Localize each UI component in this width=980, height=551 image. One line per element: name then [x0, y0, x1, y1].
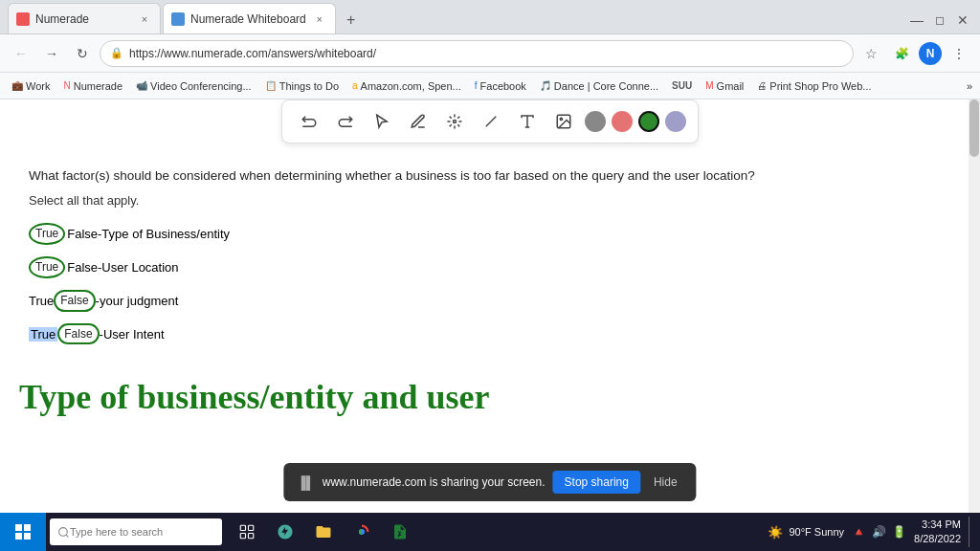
taskbar-right: ☀️ 90°F Sunny 🔺 🔊 🔋 3:34 PM 8/28/2022 [768, 517, 980, 547]
bookmark-gmail-label: Gmail [717, 80, 745, 92]
minimize-button[interactable]: — [907, 11, 926, 30]
edge-icon[interactable] [268, 513, 302, 551]
redo-button[interactable] [330, 106, 361, 137]
bookmark-video-conf-label: Video Conferencing... [150, 80, 252, 92]
whiteboard-content: What factor(s) should be considered when… [0, 147, 969, 513]
bookmark-facebook-icon: f [475, 80, 478, 91]
bookmark-icon[interactable]: ☆ [858, 40, 884, 67]
scrollbar-thumb[interactable] [969, 99, 979, 157]
option-4-text: -User Intent [100, 327, 165, 342]
scrollbar[interactable] [969, 99, 980, 513]
color-gray[interactable] [585, 111, 606, 132]
bookmark-printshop-label: Print Shop Pro Web... [769, 80, 871, 92]
excel-icon[interactable] [383, 513, 417, 551]
undo-button[interactable] [294, 106, 324, 137]
bookmark-video-conf-icon: 📹 [136, 80, 147, 91]
bookmark-todo[interactable]: 📋 Things to Do [261, 78, 343, 94]
question-text: What factor(s) should be considered when… [29, 166, 940, 186]
text-tool[interactable] [512, 106, 543, 137]
tab-whiteboard-title: Numerade Whiteboard [190, 12, 306, 26]
address-text: https://www.numerade.com/answers/whitebo… [129, 47, 843, 60]
taskbar-search-area[interactable] [50, 518, 222, 545]
color-green[interactable] [638, 111, 659, 132]
tab-numerade-title: Numerade [35, 12, 131, 26]
sharing-message: www.numerade.com is sharing your screen. [323, 475, 546, 489]
bookmark-work-icon: 💼 [11, 80, 23, 91]
address-bar[interactable]: 🔒 https://www.numerade.com/answers/white… [100, 40, 854, 67]
color-red[interactable] [612, 111, 633, 132]
bookmark-work[interactable]: 💼 Work [8, 78, 54, 94]
select-tool[interactable] [367, 106, 397, 137]
bookmark-suu-label: SUU [672, 80, 692, 91]
option-3-false-circled: False [54, 290, 95, 312]
close-window-button[interactable]: ✕ [953, 11, 972, 30]
reload-button[interactable]: ↻ [69, 40, 96, 67]
option-4-true-highlighted: True [29, 327, 57, 342]
network-icon[interactable]: 🔺 [852, 525, 866, 539]
tab-whiteboard-close[interactable]: × [312, 11, 327, 27]
svg-rect-10 [240, 534, 245, 539]
bookmark-numerade-icon: N [63, 80, 70, 91]
bookmarks-more-button[interactable]: » [967, 80, 972, 92]
battery-icon[interactable]: 🔋 [892, 525, 906, 539]
browser-window: Numerade × Numerade Whiteboard × + — ◻ ✕… [0, 0, 980, 513]
option-3: True False -your judgment [29, 290, 940, 312]
tab-numerade[interactable]: Numerade × [8, 3, 161, 33]
svg-rect-9 [249, 525, 254, 530]
bookmark-suu[interactable]: SUU [668, 78, 696, 93]
options-list: True False-Type of Business/entity True … [29, 223, 940, 344]
profile-icon[interactable]: N [919, 42, 942, 65]
explorer-icon[interactable] [306, 513, 341, 551]
bookmark-numerade[interactable]: N Numerade [59, 78, 126, 94]
image-tool[interactable] [548, 106, 579, 137]
shapes-tool[interactable] [439, 106, 470, 137]
taskbar-time: 3:34 PM 8/28/2022 [914, 518, 961, 547]
taskbar-search-input[interactable] [70, 526, 194, 538]
show-desktop-button[interactable] [969, 517, 972, 547]
maximize-button[interactable]: ◻ [930, 11, 949, 30]
whiteboard-toolbar [281, 99, 699, 143]
bookmark-amazon-label: Amazon.com, Spen... [361, 80, 461, 92]
bookmark-numerade-label: Numerade [74, 80, 122, 92]
bookmark-video-conf[interactable]: 📹 Video Conferencing... [132, 78, 256, 94]
forward-button[interactable]: → [38, 40, 65, 67]
bookmark-amazon[interactable]: a Amazon.com, Spen... [348, 78, 465, 94]
tab-numerade-close[interactable]: × [137, 11, 152, 27]
extensions-icon[interactable]: 🧩 [888, 40, 915, 67]
bookmark-dance-label: Dance | Core Conne... [554, 80, 658, 92]
date-display: 8/28/2022 [914, 532, 961, 546]
bookmark-dance-icon: 🎵 [540, 80, 551, 91]
chrome-icon[interactable] [345, 513, 379, 551]
bookmark-gmail[interactable]: M Gmail [702, 78, 747, 94]
new-tab-button[interactable]: + [338, 7, 365, 33]
color-purple[interactable] [665, 111, 686, 132]
menu-icon[interactable]: ⋮ [946, 40, 972, 67]
bookmark-todo-icon: 📋 [265, 80, 277, 91]
select-all-text: Select all that apply. [29, 193, 940, 208]
option-2-true-circled: True [29, 256, 65, 278]
bookmark-work-label: Work [26, 80, 50, 92]
bookmarks-bar: 💼 Work N Numerade 📹 Video Conferencing..… [0, 73, 980, 99]
line-tool[interactable] [476, 106, 506, 137]
bookmark-dance[interactable]: 🎵 Dance | Core Conne... [536, 78, 662, 94]
back-button[interactable]: ← [8, 40, 34, 67]
bookmark-facebook[interactable]: f Facebook [471, 78, 530, 94]
content-area: What factor(s) should be considered when… [0, 99, 980, 513]
option-2-false: False-User Location [67, 260, 178, 275]
bookmark-todo-label: Things to Do [279, 80, 339, 92]
svg-rect-8 [240, 525, 245, 530]
volume-icon[interactable]: 🔊 [872, 525, 886, 539]
start-button[interactable] [0, 513, 46, 551]
option-2: True False-User Location [29, 256, 940, 278]
tab-whiteboard[interactable]: Numerade Whiteboard × [163, 3, 336, 33]
svg-point-5 [560, 118, 562, 120]
stop-sharing-button[interactable]: Stop sharing [553, 471, 640, 494]
draw-tool[interactable] [403, 106, 434, 137]
svg-point-6 [59, 527, 68, 536]
handwritten-answer: Type of business/entity and user [19, 377, 489, 417]
hide-banner-button[interactable]: Hide [648, 472, 683, 493]
task-view-button[interactable] [230, 513, 264, 551]
svg-line-1 [486, 117, 497, 127]
option-1-true-circled: True [29, 223, 65, 245]
bookmark-printshop[interactable]: 🖨 Print Shop Pro Web... [753, 78, 875, 94]
